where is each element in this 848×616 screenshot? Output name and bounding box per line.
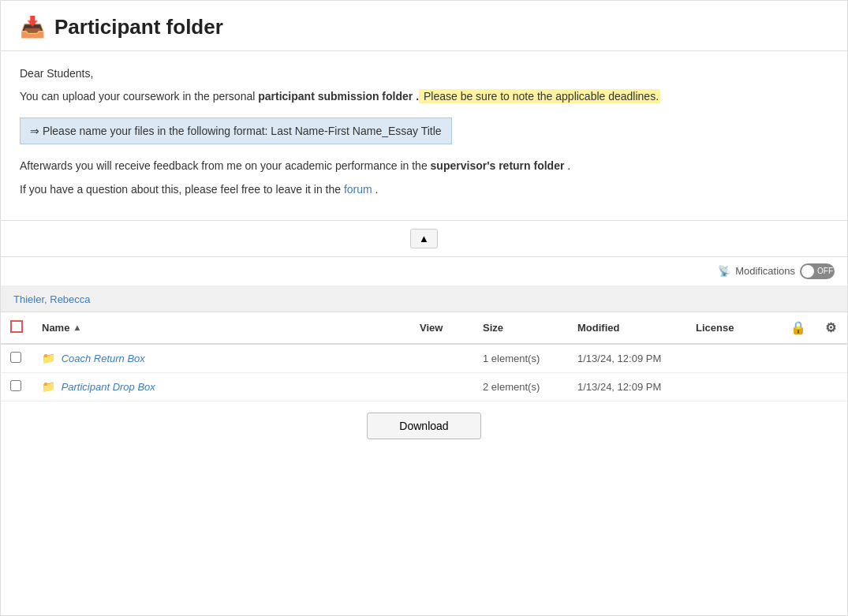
greeting-text: Dear Students, bbox=[20, 67, 828, 80]
select-all-checkbox[interactable] bbox=[10, 320, 23, 333]
row-1-size: 1 element(s) bbox=[473, 344, 568, 373]
gear-icon: ⚙ bbox=[825, 321, 836, 334]
forum-link[interactable]: forum bbox=[344, 183, 372, 196]
feedback-part1: Afterwards you will receive feedback fro… bbox=[20, 159, 431, 172]
select-all-header[interactable] bbox=[1, 312, 32, 344]
row-2-link[interactable]: Participant Drop Box bbox=[62, 381, 155, 393]
toggle-knob bbox=[801, 265, 814, 278]
user-row: Thieler, Rebecca bbox=[1, 286, 847, 312]
row-2-checkbox[interactable] bbox=[10, 380, 21, 391]
rss-icon: 📡 bbox=[718, 265, 730, 277]
col-header-name[interactable]: Name ▲ bbox=[32, 312, 410, 344]
row-checkbox-cell bbox=[1, 372, 32, 401]
row-1-license bbox=[686, 344, 781, 373]
row-1-lock bbox=[781, 344, 816, 373]
download-button[interactable]: Download bbox=[367, 413, 480, 439]
modifications-area: 📡 Modifications OFF bbox=[718, 263, 835, 279]
col-header-view: View bbox=[410, 312, 473, 344]
modifications-toggle[interactable]: OFF bbox=[800, 263, 835, 279]
col-header-size: Size bbox=[473, 312, 568, 344]
col-header-license: License bbox=[686, 312, 781, 344]
table-row: 📁 Coach Return Box 1 element(s) 1/13/24,… bbox=[1, 344, 847, 373]
feedback-para: Afterwards you will receive feedback fro… bbox=[20, 157, 828, 176]
col-header-modified: Modified bbox=[568, 312, 686, 344]
row-2-name-cell: 📁 Participant Drop Box bbox=[32, 372, 410, 401]
row-2-license bbox=[686, 372, 781, 401]
folder-icon: 📁 bbox=[42, 352, 55, 364]
intro-bold: participant submission folder . bbox=[258, 90, 419, 103]
row-2-lock bbox=[781, 372, 816, 401]
row-1-gear bbox=[816, 344, 847, 373]
collapse-bar: ▲ bbox=[1, 221, 847, 257]
sort-arrow-icon: ▲ bbox=[73, 323, 81, 332]
col-header-gear: ⚙ bbox=[816, 312, 847, 344]
folder-icon: 📁 bbox=[42, 380, 55, 393]
toggle-label: OFF bbox=[817, 267, 833, 275]
modifications-label: Modifications bbox=[735, 265, 795, 277]
page-title: 📥 Participant folder bbox=[20, 15, 828, 39]
table-section: Name ▲ View Size Modified License 🔒 ⚙ bbox=[1, 312, 847, 401]
user-name[interactable]: Thieler, Rebecca bbox=[13, 293, 91, 305]
format-note: ⇒ Please name your files in the followin… bbox=[20, 118, 452, 144]
row-checkbox-cell bbox=[1, 344, 32, 373]
download-bar: Download bbox=[1, 401, 847, 454]
forum-para: If you have a question about this, pleas… bbox=[20, 181, 828, 200]
intro-part1: You can upload your coursework in the pe… bbox=[20, 90, 258, 103]
collapse-button[interactable]: ▲ bbox=[410, 229, 438, 248]
row-1-view bbox=[410, 344, 473, 373]
row-2-gear bbox=[816, 372, 847, 401]
row-2-size: 2 element(s) bbox=[473, 372, 568, 401]
col-header-lock: 🔒 bbox=[781, 312, 816, 344]
intro-paragraph: You can upload your coursework in the pe… bbox=[20, 88, 828, 105]
inbox-icon: 📥 bbox=[20, 15, 45, 39]
header-section: 📥 Participant folder bbox=[1, 1, 847, 51]
page-container: 📥 Participant folder Dear Students, You … bbox=[0, 0, 848, 616]
table-row: 📁 Participant Drop Box 2 element(s) 1/13… bbox=[1, 372, 847, 401]
row-2-modified: 1/13/24, 12:09 PM bbox=[568, 372, 686, 401]
row-1-link[interactable]: Coach Return Box bbox=[62, 353, 145, 364]
name-col-label: Name bbox=[42, 322, 69, 334]
toolbar-row: 📡 Modifications OFF bbox=[1, 257, 847, 286]
row-1-checkbox[interactable] bbox=[10, 352, 21, 363]
table-header-row: Name ▲ View Size Modified License 🔒 ⚙ bbox=[1, 312, 847, 344]
feedback-part2: . bbox=[564, 159, 570, 172]
intro-highlighted: Please be sure to note the applicable de… bbox=[419, 89, 660, 103]
row-1-name-cell: 📁 Coach Return Box bbox=[32, 344, 410, 373]
file-table: Name ▲ View Size Modified License 🔒 ⚙ bbox=[1, 312, 847, 401]
forum-line-part1: If you have a question about this, pleas… bbox=[20, 183, 344, 196]
title-text: Participant folder bbox=[54, 15, 223, 39]
content-section: Dear Students, You can upload your cours… bbox=[1, 51, 847, 221]
row-2-view bbox=[410, 372, 473, 401]
row-1-modified: 1/13/24, 12:09 PM bbox=[568, 344, 686, 373]
lock-icon: 🔒 bbox=[790, 321, 806, 334]
feedback-bold: supervisor's return folder bbox=[431, 159, 565, 172]
forum-line-part2: . bbox=[372, 183, 379, 196]
